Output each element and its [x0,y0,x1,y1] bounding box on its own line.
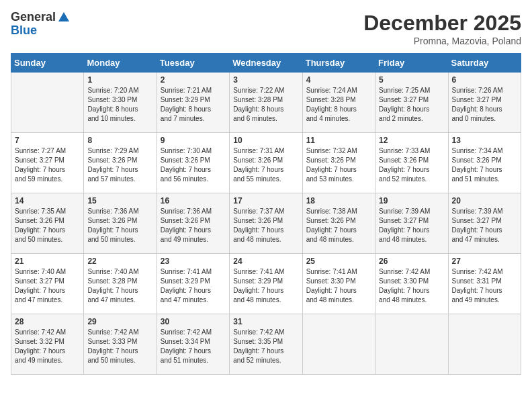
day-info: Sunrise: 7:20 AMSunset: 3:30 PMDaylight:… [87,86,152,124]
day-number: 21 [15,257,80,266]
day-number: 23 [161,257,226,266]
day-info: Sunrise: 7:34 AMSunset: 3:26 PMDaylight:… [452,146,517,184]
calendar-cell: 6Sunrise: 7:26 AMSunset: 3:27 PMDaylight… [448,73,521,133]
weekday-header-wednesday: Wednesday [230,54,302,73]
day-number: 20 [452,196,517,205]
calendar-cell: 5Sunrise: 7:25 AMSunset: 3:27 PMDaylight… [375,73,448,133]
day-number: 10 [233,136,298,145]
day-info: Sunrise: 7:42 AMSunset: 3:34 PMDaylight:… [161,328,226,365]
day-info: Sunrise: 7:39 AMSunset: 3:27 PMDaylight:… [379,207,444,244]
calendar-cell: 8Sunrise: 7:29 AMSunset: 3:26 PMDaylight… [84,133,157,193]
day-info: Sunrise: 7:41 AMSunset: 3:29 PMDaylight:… [161,267,226,305]
day-info: Sunrise: 7:24 AMSunset: 3:28 PMDaylight:… [306,86,371,124]
calendar-cell: 10Sunrise: 7:31 AMSunset: 3:26 PMDayligh… [230,133,302,193]
day-number: 17 [233,196,298,205]
calendar-cell: 21Sunrise: 7:40 AMSunset: 3:27 PMDayligh… [11,254,84,314]
calendar-cell: 25Sunrise: 7:41 AMSunset: 3:30 PMDayligh… [302,254,375,314]
day-number: 15 [87,196,152,205]
day-number: 30 [161,317,226,326]
logo-general-text: General [11,11,56,24]
calendar-cell [375,314,448,375]
day-number: 18 [306,196,371,205]
calendar-week-3: 14Sunrise: 7:35 AMSunset: 3:26 PMDayligh… [11,193,521,254]
day-number: 13 [452,136,517,145]
day-number: 9 [161,136,226,145]
day-info: Sunrise: 7:42 AMSunset: 3:35 PMDaylight:… [233,328,298,365]
calendar-week-4: 21Sunrise: 7:40 AMSunset: 3:27 PMDayligh… [11,254,521,314]
calendar-cell: 9Sunrise: 7:30 AMSunset: 3:26 PMDaylight… [157,133,229,193]
day-info: Sunrise: 7:37 AMSunset: 3:26 PMDaylight:… [233,207,298,244]
day-info: Sunrise: 7:35 AMSunset: 3:26 PMDaylight:… [15,207,80,244]
weekday-header-tuesday: Tuesday [157,54,229,73]
calendar-cell: 15Sunrise: 7:36 AMSunset: 3:26 PMDayligh… [84,193,157,254]
day-number: 7 [15,136,80,145]
location-subtitle: Promna, Mazovia, Poland [363,36,521,46]
logo-blue-text: Blue [11,24,71,38]
day-number: 5 [379,75,444,85]
day-number: 14 [15,196,80,205]
day-number: 1 [87,75,152,85]
day-number: 2 [161,75,226,85]
day-number: 26 [379,257,444,266]
day-number: 3 [233,75,298,85]
day-info: Sunrise: 7:42 AMSunset: 3:32 PMDaylight:… [15,328,80,365]
day-info: Sunrise: 7:40 AMSunset: 3:28 PMDaylight:… [87,267,152,305]
calendar-table: SundayMondayTuesdayWednesdayThursdayFrid… [11,53,521,375]
calendar-cell: 18Sunrise: 7:38 AMSunset: 3:26 PMDayligh… [302,193,375,254]
calendar-cell: 26Sunrise: 7:42 AMSunset: 3:30 PMDayligh… [375,254,448,314]
title-block: December 2025 Promna, Mazovia, Poland [363,11,521,46]
logo-icon [57,11,71,24]
calendar-cell [448,314,521,375]
calendar-cell: 31Sunrise: 7:42 AMSunset: 3:35 PMDayligh… [230,314,302,375]
day-info: Sunrise: 7:39 AMSunset: 3:27 PMDaylight:… [452,207,517,244]
calendar-cell [11,73,84,133]
calendar-cell: 17Sunrise: 7:37 AMSunset: 3:26 PMDayligh… [230,193,302,254]
calendar-week-2: 7Sunrise: 7:27 AMSunset: 3:27 PMDaylight… [11,133,521,193]
month-title: December 2025 [363,11,521,36]
calendar-cell: 24Sunrise: 7:41 AMSunset: 3:29 PMDayligh… [230,254,302,314]
calendar-cell [302,314,375,375]
day-number: 29 [87,317,152,326]
calendar-cell: 19Sunrise: 7:39 AMSunset: 3:27 PMDayligh… [375,193,448,254]
day-info: Sunrise: 7:32 AMSunset: 3:26 PMDaylight:… [306,146,371,184]
calendar-week-5: 28Sunrise: 7:42 AMSunset: 3:32 PMDayligh… [11,314,521,375]
day-info: Sunrise: 7:42 AMSunset: 3:31 PMDaylight:… [452,267,517,305]
page-header: General Blue December 2025 Promna, Mazov… [11,11,521,46]
day-info: Sunrise: 7:31 AMSunset: 3:26 PMDaylight:… [233,146,298,184]
calendar-week-1: 1Sunrise: 7:20 AMSunset: 3:30 PMDaylight… [11,73,521,133]
day-info: Sunrise: 7:36 AMSunset: 3:26 PMDaylight:… [161,207,226,244]
weekday-header-thursday: Thursday [302,54,375,73]
day-info: Sunrise: 7:29 AMSunset: 3:26 PMDaylight:… [87,146,152,184]
calendar-cell: 1Sunrise: 7:20 AMSunset: 3:30 PMDaylight… [84,73,157,133]
day-number: 19 [379,196,444,205]
logo: General Blue [11,11,71,38]
day-info: Sunrise: 7:22 AMSunset: 3:28 PMDaylight:… [233,86,298,124]
calendar-cell: 7Sunrise: 7:27 AMSunset: 3:27 PMDaylight… [11,133,84,193]
calendar-cell: 2Sunrise: 7:21 AMSunset: 3:29 PMDaylight… [157,73,229,133]
calendar-cell: 28Sunrise: 7:42 AMSunset: 3:32 PMDayligh… [11,314,84,375]
calendar-cell: 20Sunrise: 7:39 AMSunset: 3:27 PMDayligh… [448,193,521,254]
day-info: Sunrise: 7:41 AMSunset: 3:30 PMDaylight:… [306,267,371,305]
calendar-cell: 30Sunrise: 7:42 AMSunset: 3:34 PMDayligh… [157,314,229,375]
day-info: Sunrise: 7:26 AMSunset: 3:27 PMDaylight:… [452,86,517,124]
day-number: 24 [233,257,298,266]
day-number: 31 [233,317,298,326]
weekday-header-monday: Monday [84,54,157,73]
day-info: Sunrise: 7:41 AMSunset: 3:29 PMDaylight:… [233,267,298,305]
day-number: 28 [15,317,80,326]
calendar-cell: 29Sunrise: 7:42 AMSunset: 3:33 PMDayligh… [84,314,157,375]
calendar-cell: 3Sunrise: 7:22 AMSunset: 3:28 PMDaylight… [230,73,302,133]
day-info: Sunrise: 7:30 AMSunset: 3:26 PMDaylight:… [161,146,226,184]
day-info: Sunrise: 7:40 AMSunset: 3:27 PMDaylight:… [15,267,80,305]
day-info: Sunrise: 7:42 AMSunset: 3:30 PMDaylight:… [379,267,444,305]
day-info: Sunrise: 7:38 AMSunset: 3:26 PMDaylight:… [306,207,371,244]
day-number: 11 [306,136,371,145]
day-number: 6 [452,75,517,85]
day-number: 4 [306,75,371,85]
day-number: 12 [379,136,444,145]
calendar-cell: 4Sunrise: 7:24 AMSunset: 3:28 PMDaylight… [302,73,375,133]
day-info: Sunrise: 7:33 AMSunset: 3:26 PMDaylight:… [379,146,444,184]
day-info: Sunrise: 7:21 AMSunset: 3:29 PMDaylight:… [161,86,226,124]
day-info: Sunrise: 7:27 AMSunset: 3:27 PMDaylight:… [15,146,80,184]
calendar-cell: 23Sunrise: 7:41 AMSunset: 3:29 PMDayligh… [157,254,229,314]
